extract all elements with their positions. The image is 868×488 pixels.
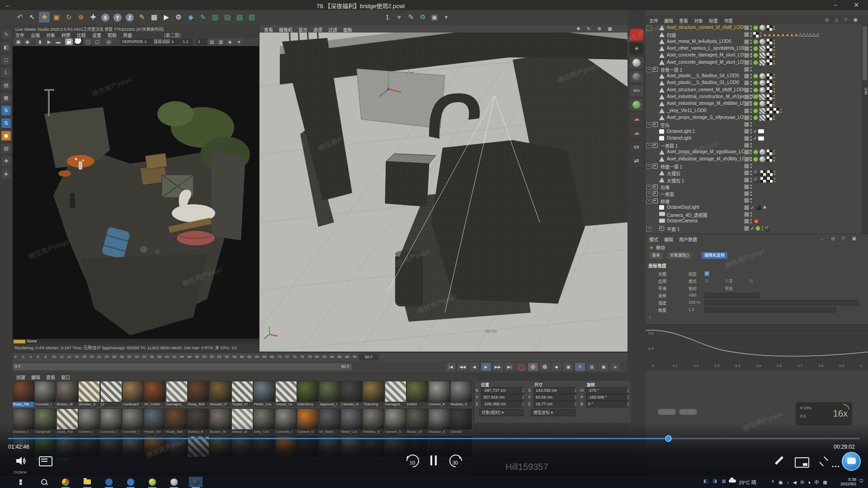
notes-pencil-icon[interactable] (774, 456, 784, 466)
timeline-end-frame[interactable]: 90 F (359, 354, 379, 361)
taskbar-app-icon[interactable] (146, 477, 159, 487)
coords-system-dropdown[interactable]: 模型坐标 ▾ (531, 409, 576, 416)
object-row[interactable]: 大理石 1 (646, 177, 862, 183)
timeline-range-slider[interactable]: 0 F 90 F (13, 363, 352, 370)
octane-strip-icon[interactable] (630, 99, 643, 111)
menu-item[interactable]: 编辑 (664, 237, 673, 242)
material-thumb[interactable]: Rusty_File (13, 381, 33, 407)
left-strip-icon[interactable]: ◧ (1, 42, 11, 52)
coordinate-value[interactable]: -106.359 cm (481, 401, 524, 408)
coordinate-value[interactable]: -270 ° (586, 387, 628, 394)
weather-text[interactable]: 29°C 晴 (739, 479, 756, 486)
menu-item[interactable]: 帮助 (108, 33, 117, 38)
toolbar-icon[interactable]: ✚ (39, 12, 50, 23)
menu-item[interactable]: 查看 (264, 28, 273, 33)
toolbar-icon[interactable]: ▦ (149, 12, 160, 23)
panel-button[interactable] (658, 409, 676, 415)
menu-item[interactable]: 编辑 (31, 375, 40, 380)
lv-tool-icon[interactable]: ▬ (54, 38, 62, 45)
taskbar-start-button[interactable] (15, 477, 29, 487)
material-thumb[interactable]: Modular_S (450, 381, 471, 407)
object-row[interactable]: 大理石 (646, 169, 862, 176)
attribute-menus[interactable]: 模式编辑用户数据 (649, 236, 703, 243)
material-thumb[interactable]: Cardboard (122, 381, 143, 407)
menu-item[interactable]: 标签 (709, 19, 718, 23)
left-strip-icon[interactable]: ▣ (1, 131, 11, 141)
menu-item[interactable]: 编辑 (664, 19, 673, 23)
coordinate-value[interactable]: -297.737 cm (481, 387, 524, 394)
coordinate-value[interactable]: 143.039 cm (533, 387, 576, 394)
back-icon[interactable]: ← (5, 1, 11, 9)
notification-icon[interactable]: 🗨 (859, 479, 863, 483)
lv-lock-icon[interactable] (65, 38, 73, 45)
live-viewer-menubar[interactable]: 文件云端对象材质比较设置帮助界面 (15, 32, 138, 38)
octane-strip-icon[interactable] (630, 57, 643, 69)
left-strip-icon[interactable]: S (1, 106, 11, 115)
pause-button[interactable] (429, 455, 439, 465)
left-strip-icon[interactable]: S (1, 118, 11, 128)
menu-item[interactable]: 窗口 (61, 375, 70, 380)
left-strip-icon[interactable]: ◻ (1, 55, 11, 65)
object-row[interactable]: +背景一层 1 (646, 66, 862, 73)
transport-button[interactable]: ◆ (610, 363, 620, 371)
object-row[interactable]: Aset_other_various_L_sjonbdmfa_LOD0 (646, 45, 862, 52)
viewport-menus[interactable]: 查看摄像机显示选项过滤面板 (264, 26, 358, 33)
attribute-tab[interactable]: 对象属性() (667, 252, 692, 259)
lv-tool-icon[interactable]: ▶ (45, 38, 53, 45)
object-row[interactable]: Aset_plastic__S_fbkdilva_04_LOD0 (646, 73, 862, 80)
transport-button[interactable]: ◆ (552, 363, 561, 371)
object-row[interactable]: Aset_plastic__S_fbkdilva_01_LOD0 (646, 80, 862, 86)
expand-icon[interactable]: + (646, 199, 651, 204)
lv-ball-icon[interactable] (75, 38, 83, 45)
menu-item[interactable]: 选项 (313, 28, 322, 33)
transport-button[interactable]: ◀◀ (458, 363, 467, 371)
transport-button[interactable]: ▣ (563, 363, 573, 371)
toolbar-icon[interactable]: ♻ (417, 12, 428, 23)
taskbar-app-icon[interactable] (102, 477, 116, 487)
attribute-tab[interactable]: 基本 (649, 252, 663, 259)
toolbar-icon[interactable]: ⚙ (173, 12, 184, 23)
material-thumb[interactable]: Cement_B (429, 381, 449, 407)
object-row[interactable]: OctaneLight 1✓ (646, 128, 862, 135)
menu-item[interactable]: 查看 (46, 375, 55, 380)
left-strip-icon[interactable]: ✎ (1, 30, 11, 39)
taskbar-app-icon[interactable] (80, 477, 94, 487)
taskbar-app-icon[interactable] (124, 477, 137, 487)
transport-button[interactable]: ▶ (481, 363, 491, 371)
expand-icon[interactable]: + (646, 122, 651, 127)
object-row[interactable]: OctaneLight✓ (646, 135, 862, 142)
octane-strip-icon[interactable]: ⇄ (630, 155, 643, 167)
toolbar-icon[interactable]: ✎ (198, 12, 208, 23)
toolbar-icon[interactable]: Y (112, 12, 123, 23)
left-strip-icon[interactable]: ▤ (1, 80, 11, 90)
material-thumb[interactable]: 04_Corten (144, 381, 165, 407)
tray-icons[interactable]: ▣ ♪ ◀ ✉ ♦ 中 ▩ (778, 479, 829, 485)
menu-item[interactable]: 摄像机 (279, 28, 292, 33)
toolbar-icon[interactable]: ✎ (406, 12, 416, 23)
transport-button[interactable]: P (575, 363, 585, 371)
toolbar-icon[interactable]: ▾ (394, 12, 405, 23)
viewport-corner-icons[interactable]: ✚ ↻ ⊕ ▦ (576, 26, 615, 31)
lv-tool-icon[interactable]: ▤ (208, 38, 216, 45)
coordinate-value[interactable]: 0 ° (586, 401, 628, 408)
lv-tool-icon[interactable]: ▥ (217, 38, 225, 45)
tray-left-icons[interactable]: ◧ ◨ ▦ (703, 479, 728, 483)
menu-item[interactable]: 过滤 (328, 28, 337, 33)
material-thumb[interactable]: Tarped_Ca (275, 381, 296, 407)
more-options-icon[interactable]: ••• (832, 464, 840, 470)
menu-item[interactable]: 查看 (679, 19, 688, 23)
object-row[interactable]: +桥面一层 1 (646, 163, 862, 169)
seek-bar-thumb[interactable] (665, 435, 672, 442)
toolbar-icon[interactable]: ▾ (441, 12, 452, 23)
menu-item[interactable]: 比较 (77, 33, 86, 38)
material-thumb[interactable]: Wooden_S (78, 381, 99, 407)
octane-render-view[interactable] (13, 46, 259, 339)
object-row[interactable]: Camera_4D_透视图 (646, 211, 862, 218)
lv-format-dropdown[interactable]: HDR/sRGB ∨ (120, 38, 152, 45)
object-row[interactable]: Aset_concrete_damaged_M_slunl_LOD0 I (646, 52, 862, 59)
octane-strip-icon[interactable]: MIX (630, 85, 643, 97)
lv-ratio-a[interactable]: 1.1 (181, 38, 193, 45)
transport-button[interactable]: |◀ (446, 363, 456, 371)
attribute-row[interactable]: 启用模式粒子 (646, 277, 868, 284)
attribute-row[interactable]: 强度100 % (646, 299, 868, 306)
